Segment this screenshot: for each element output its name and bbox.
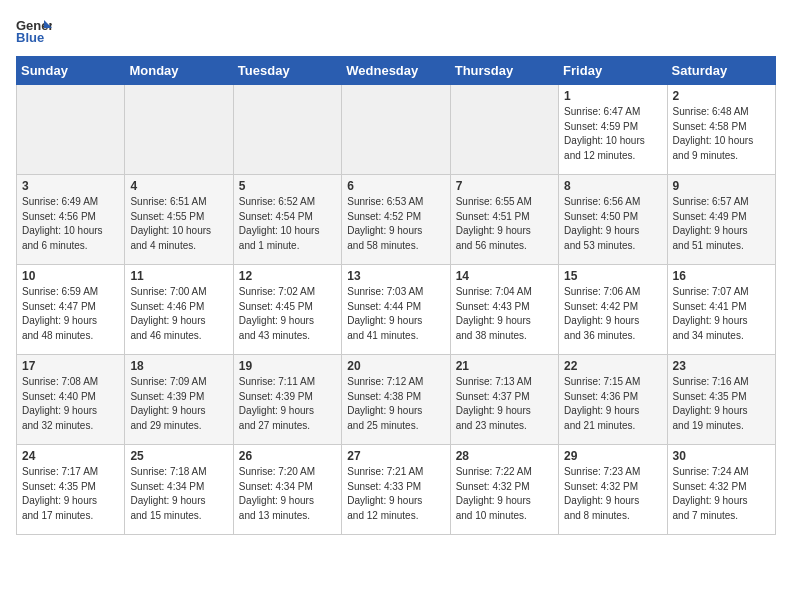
calendar-cell: 29Sunrise: 7:23 AMSunset: 4:32 PMDayligh… (559, 445, 667, 535)
day-number: 20 (347, 359, 444, 373)
calendar-cell: 14Sunrise: 7:04 AMSunset: 4:43 PMDayligh… (450, 265, 558, 355)
day-number: 29 (564, 449, 661, 463)
day-info: Sunrise: 7:09 AMSunset: 4:39 PMDaylight:… (130, 375, 227, 433)
day-info: Sunrise: 7:18 AMSunset: 4:34 PMDaylight:… (130, 465, 227, 523)
svg-text:Blue: Blue (16, 30, 44, 45)
calendar-cell: 3Sunrise: 6:49 AMSunset: 4:56 PMDaylight… (17, 175, 125, 265)
day-info: Sunrise: 6:53 AMSunset: 4:52 PMDaylight:… (347, 195, 444, 253)
day-number: 15 (564, 269, 661, 283)
calendar-cell: 27Sunrise: 7:21 AMSunset: 4:33 PMDayligh… (342, 445, 450, 535)
day-number: 17 (22, 359, 119, 373)
day-info: Sunrise: 7:16 AMSunset: 4:35 PMDaylight:… (673, 375, 770, 433)
calendar-cell: 20Sunrise: 7:12 AMSunset: 4:38 PMDayligh… (342, 355, 450, 445)
day-number: 3 (22, 179, 119, 193)
calendar-cell (342, 85, 450, 175)
day-info: Sunrise: 6:56 AMSunset: 4:50 PMDaylight:… (564, 195, 661, 253)
day-number: 30 (673, 449, 770, 463)
day-number: 4 (130, 179, 227, 193)
day-number: 1 (564, 89, 661, 103)
day-info: Sunrise: 6:57 AMSunset: 4:49 PMDaylight:… (673, 195, 770, 253)
calendar-cell: 30Sunrise: 7:24 AMSunset: 4:32 PMDayligh… (667, 445, 775, 535)
day-number: 21 (456, 359, 553, 373)
calendar-cell: 25Sunrise: 7:18 AMSunset: 4:34 PMDayligh… (125, 445, 233, 535)
day-info: Sunrise: 7:03 AMSunset: 4:44 PMDaylight:… (347, 285, 444, 343)
calendar-cell: 24Sunrise: 7:17 AMSunset: 4:35 PMDayligh… (17, 445, 125, 535)
calendar-cell: 19Sunrise: 7:11 AMSunset: 4:39 PMDayligh… (233, 355, 341, 445)
day-info: Sunrise: 7:11 AMSunset: 4:39 PMDaylight:… (239, 375, 336, 433)
calendar-cell: 13Sunrise: 7:03 AMSunset: 4:44 PMDayligh… (342, 265, 450, 355)
calendar-cell: 26Sunrise: 7:20 AMSunset: 4:34 PMDayligh… (233, 445, 341, 535)
calendar-cell: 21Sunrise: 7:13 AMSunset: 4:37 PMDayligh… (450, 355, 558, 445)
day-info: Sunrise: 6:52 AMSunset: 4:54 PMDaylight:… (239, 195, 336, 253)
day-info: Sunrise: 7:20 AMSunset: 4:34 PMDaylight:… (239, 465, 336, 523)
day-info: Sunrise: 7:15 AMSunset: 4:36 PMDaylight:… (564, 375, 661, 433)
calendar-table: SundayMondayTuesdayWednesdayThursdayFrid… (16, 56, 776, 535)
day-number: 9 (673, 179, 770, 193)
calendar-cell: 6Sunrise: 6:53 AMSunset: 4:52 PMDaylight… (342, 175, 450, 265)
calendar-cell: 4Sunrise: 6:51 AMSunset: 4:55 PMDaylight… (125, 175, 233, 265)
calendar-cell: 22Sunrise: 7:15 AMSunset: 4:36 PMDayligh… (559, 355, 667, 445)
calendar-cell: 12Sunrise: 7:02 AMSunset: 4:45 PMDayligh… (233, 265, 341, 355)
calendar-cell (233, 85, 341, 175)
day-number: 18 (130, 359, 227, 373)
day-info: Sunrise: 6:51 AMSunset: 4:55 PMDaylight:… (130, 195, 227, 253)
day-info: Sunrise: 7:07 AMSunset: 4:41 PMDaylight:… (673, 285, 770, 343)
day-number: 26 (239, 449, 336, 463)
calendar-cell: 9Sunrise: 6:57 AMSunset: 4:49 PMDaylight… (667, 175, 775, 265)
day-info: Sunrise: 7:13 AMSunset: 4:37 PMDaylight:… (456, 375, 553, 433)
page-header: General Blue (16, 16, 776, 46)
calendar-cell: 18Sunrise: 7:09 AMSunset: 4:39 PMDayligh… (125, 355, 233, 445)
day-info: Sunrise: 7:21 AMSunset: 4:33 PMDaylight:… (347, 465, 444, 523)
weekday-header-wednesday: Wednesday (342, 57, 450, 85)
weekday-header-thursday: Thursday (450, 57, 558, 85)
calendar-cell: 15Sunrise: 7:06 AMSunset: 4:42 PMDayligh… (559, 265, 667, 355)
day-number: 24 (22, 449, 119, 463)
day-number: 12 (239, 269, 336, 283)
day-info: Sunrise: 6:48 AMSunset: 4:58 PMDaylight:… (673, 105, 770, 163)
logo-icon: General Blue (16, 16, 52, 46)
weekday-header-saturday: Saturday (667, 57, 775, 85)
day-info: Sunrise: 7:12 AMSunset: 4:38 PMDaylight:… (347, 375, 444, 433)
calendar-cell: 17Sunrise: 7:08 AMSunset: 4:40 PMDayligh… (17, 355, 125, 445)
day-info: Sunrise: 7:08 AMSunset: 4:40 PMDaylight:… (22, 375, 119, 433)
calendar-cell: 8Sunrise: 6:56 AMSunset: 4:50 PMDaylight… (559, 175, 667, 265)
day-number: 6 (347, 179, 444, 193)
day-number: 27 (347, 449, 444, 463)
day-number: 19 (239, 359, 336, 373)
calendar-cell (17, 85, 125, 175)
day-info: Sunrise: 6:47 AMSunset: 4:59 PMDaylight:… (564, 105, 661, 163)
calendar-cell: 28Sunrise: 7:22 AMSunset: 4:32 PMDayligh… (450, 445, 558, 535)
day-info: Sunrise: 7:00 AMSunset: 4:46 PMDaylight:… (130, 285, 227, 343)
day-info: Sunrise: 7:24 AMSunset: 4:32 PMDaylight:… (673, 465, 770, 523)
calendar-cell (450, 85, 558, 175)
weekday-header-monday: Monday (125, 57, 233, 85)
day-info: Sunrise: 7:17 AMSunset: 4:35 PMDaylight:… (22, 465, 119, 523)
calendar-cell: 2Sunrise: 6:48 AMSunset: 4:58 PMDaylight… (667, 85, 775, 175)
day-number: 16 (673, 269, 770, 283)
day-number: 28 (456, 449, 553, 463)
day-info: Sunrise: 7:06 AMSunset: 4:42 PMDaylight:… (564, 285, 661, 343)
day-info: Sunrise: 7:02 AMSunset: 4:45 PMDaylight:… (239, 285, 336, 343)
day-info: Sunrise: 6:49 AMSunset: 4:56 PMDaylight:… (22, 195, 119, 253)
weekday-header-tuesday: Tuesday (233, 57, 341, 85)
weekday-header-friday: Friday (559, 57, 667, 85)
calendar-cell: 16Sunrise: 7:07 AMSunset: 4:41 PMDayligh… (667, 265, 775, 355)
day-number: 7 (456, 179, 553, 193)
logo: General Blue (16, 16, 52, 46)
day-info: Sunrise: 7:22 AMSunset: 4:32 PMDaylight:… (456, 465, 553, 523)
day-number: 14 (456, 269, 553, 283)
calendar-cell: 23Sunrise: 7:16 AMSunset: 4:35 PMDayligh… (667, 355, 775, 445)
calendar-cell: 7Sunrise: 6:55 AMSunset: 4:51 PMDaylight… (450, 175, 558, 265)
day-number: 8 (564, 179, 661, 193)
weekday-header-sunday: Sunday (17, 57, 125, 85)
day-number: 10 (22, 269, 119, 283)
calendar-cell: 10Sunrise: 6:59 AMSunset: 4:47 PMDayligh… (17, 265, 125, 355)
day-number: 13 (347, 269, 444, 283)
day-number: 22 (564, 359, 661, 373)
day-info: Sunrise: 6:55 AMSunset: 4:51 PMDaylight:… (456, 195, 553, 253)
day-number: 11 (130, 269, 227, 283)
calendar-cell: 11Sunrise: 7:00 AMSunset: 4:46 PMDayligh… (125, 265, 233, 355)
day-number: 25 (130, 449, 227, 463)
day-info: Sunrise: 7:04 AMSunset: 4:43 PMDaylight:… (456, 285, 553, 343)
day-number: 23 (673, 359, 770, 373)
